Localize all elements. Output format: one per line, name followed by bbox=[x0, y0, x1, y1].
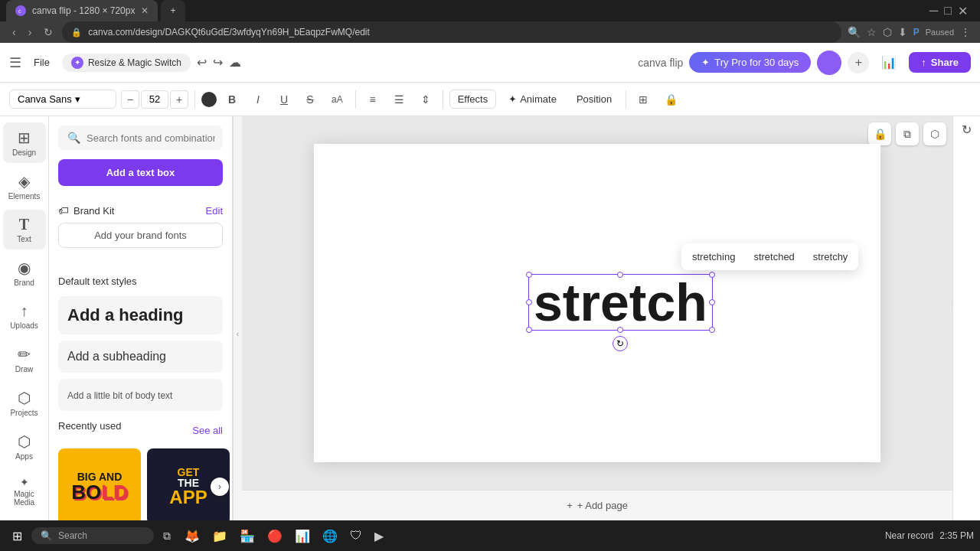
canvas-text-element[interactable]: stretch ↻ bbox=[528, 274, 713, 331]
effects-btn[interactable]: Effects bbox=[449, 90, 497, 109]
try-pro-btn[interactable]: ✦ Try Pro for 30 days bbox=[689, 52, 811, 73]
add-brand-fonts-btn[interactable]: Add your brand fonts bbox=[58, 223, 223, 248]
back-btn[interactable]: ‹ bbox=[9, 23, 19, 41]
add-text-box-btn[interactable]: Add a text box bbox=[58, 159, 223, 186]
case-btn[interactable]: aA bbox=[325, 91, 349, 108]
maximize-btn[interactable]: □ bbox=[944, 4, 952, 18]
address-bar[interactable]: 🔒 canva.com/design/DAGKQt6uGdE/3wfdyqYn6… bbox=[62, 21, 841, 43]
taskbar-app-2[interactable]: 📁 bbox=[207, 526, 232, 546]
grid-view-btn[interactable]: ⊞ bbox=[632, 90, 654, 109]
expand-canvas-btn[interactable]: ⬡ bbox=[923, 122, 946, 145]
handle-bottom-right[interactable] bbox=[709, 327, 715, 333]
canvas-container[interactable]: 🔒 ⧉ ⬡ stretching stretched stretchy bbox=[242, 116, 952, 490]
resize-magic-switch-btn[interactable]: ✦ Resize & Magic Switch bbox=[62, 54, 191, 72]
autocomplete-stretched[interactable]: stretched bbox=[746, 248, 802, 266]
handle-middle-right[interactable] bbox=[709, 299, 715, 305]
strikethrough-btn[interactable]: S bbox=[299, 90, 321, 109]
sidebar-item-projects[interactable]: ⬡ Projects bbox=[3, 383, 46, 423]
minimize-btn[interactable]: ─ bbox=[929, 4, 938, 18]
taskbar-app-1[interactable]: 🦊 bbox=[180, 526, 204, 546]
position-btn[interactable]: Position bbox=[569, 90, 619, 108]
graph-icon[interactable]: 📊 bbox=[875, 52, 903, 73]
file-menu-btn[interactable]: File bbox=[28, 54, 56, 71]
lock-canvas-btn[interactable]: 🔒 bbox=[868, 122, 891, 145]
taskbar-app-6[interactable]: 🌐 bbox=[318, 526, 342, 546]
user-avatar[interactable] bbox=[817, 51, 841, 75]
brand-kit-edit-btn[interactable]: Edit bbox=[206, 205, 223, 217]
search-input[interactable] bbox=[87, 132, 215, 144]
close-window-btn[interactable]: ✕ bbox=[958, 4, 968, 18]
add-subheading-btn[interactable]: Add a subheading bbox=[58, 341, 223, 373]
canvas-board[interactable]: stretching stretched stretchy bbox=[314, 144, 880, 462]
font-card-big-bold[interactable]: BIG AND BO LD bbox=[58, 448, 141, 525]
spacing-btn[interactable]: ⇕ bbox=[415, 90, 436, 109]
font-name-label: Canva Sans bbox=[18, 93, 72, 105]
share-btn[interactable]: ↑ Share bbox=[909, 52, 971, 73]
add-heading-btn[interactable]: Add a heading bbox=[58, 296, 223, 334]
design-label: Design bbox=[12, 148, 36, 157]
lock-btn[interactable]: 🔒 bbox=[658, 90, 684, 109]
zoom-icon[interactable]: 🔍 bbox=[848, 26, 861, 38]
format-divider-4 bbox=[626, 90, 626, 109]
handle-bottom-middle[interactable] bbox=[617, 327, 623, 333]
reload-btn[interactable]: ↻ bbox=[41, 23, 56, 41]
undo-btn[interactable]: ↩ bbox=[197, 55, 207, 70]
sidebar-item-elements[interactable]: ◈ Elements bbox=[3, 166, 46, 207]
align-btn[interactable]: ≡ bbox=[362, 90, 384, 109]
new-tab-btn[interactable]: + bbox=[161, 0, 185, 21]
autocomplete-stretching[interactable]: stretching bbox=[684, 248, 743, 266]
star-icon[interactable]: ☆ bbox=[867, 26, 877, 38]
add-collaborator-btn[interactable]: + bbox=[848, 52, 869, 73]
download-icon[interactable]: ⬇ bbox=[898, 26, 907, 38]
sidebar-item-brand[interactable]: ◉ Brand bbox=[3, 253, 46, 293]
taskbar-app-3[interactable]: 🏪 bbox=[235, 526, 260, 546]
sidebar-item-uploads[interactable]: ↑ Uploads bbox=[3, 296, 46, 336]
font-size-input[interactable] bbox=[141, 90, 168, 109]
decrease-font-size-btn[interactable]: − bbox=[121, 90, 139, 109]
taskbar-app-8[interactable]: ▶ bbox=[370, 526, 388, 546]
sidebar-item-apps[interactable]: ⬡ Apps bbox=[3, 426, 46, 467]
taskbar-app-4[interactable]: 🔴 bbox=[263, 526, 287, 546]
hamburger-menu-btn[interactable]: ☰ bbox=[9, 54, 21, 71]
tab-close-btn[interactable]: ✕ bbox=[141, 5, 149, 16]
italic-btn[interactable]: I bbox=[247, 90, 269, 109]
cloud-save-btn[interactable]: ☁ bbox=[229, 55, 241, 70]
sidebar-item-draw[interactable]: ✏ Draw bbox=[3, 339, 46, 380]
handle-top-middle[interactable] bbox=[617, 272, 623, 278]
taskbar-search[interactable]: 🔍 Search bbox=[31, 527, 154, 544]
animate-btn[interactable]: ✦ Animate bbox=[501, 90, 564, 108]
underline-btn[interactable]: U bbox=[273, 90, 295, 109]
taskbar-task-view-btn[interactable]: ⧉ bbox=[157, 527, 177, 546]
list-btn[interactable]: ☰ bbox=[388, 90, 410, 109]
font-cards-next-btn[interactable]: › bbox=[211, 478, 229, 496]
refresh-right-icon[interactable]: ↻ bbox=[962, 122, 972, 137]
see-all-btn[interactable]: See all bbox=[192, 425, 223, 436]
sidebar-item-design[interactable]: ⊞ Design bbox=[3, 122, 46, 163]
handle-middle-left[interactable] bbox=[526, 299, 532, 305]
start-btn[interactable]: ⊞ bbox=[6, 526, 28, 546]
profile-icon[interactable]: P bbox=[913, 27, 920, 37]
autocomplete-stretchy[interactable]: stretchy bbox=[805, 248, 856, 266]
handle-bottom-left[interactable] bbox=[526, 327, 532, 333]
font-selector[interactable]: Canva Sans ▾ bbox=[9, 90, 116, 109]
handle-top-left[interactable] bbox=[526, 272, 532, 278]
bold-btn[interactable]: B bbox=[221, 90, 243, 109]
taskbar-app-5[interactable]: 📊 bbox=[290, 526, 315, 546]
add-body-btn[interactable]: Add a little bit of body text bbox=[58, 379, 223, 411]
redo-btn[interactable]: ↪ bbox=[213, 55, 223, 70]
sidebar-item-text[interactable]: T Text bbox=[3, 210, 46, 249]
handle-top-right[interactable] bbox=[709, 272, 715, 278]
panel-collapse-handle[interactable]: ‹ bbox=[233, 116, 242, 551]
rotate-handle[interactable]: ↻ bbox=[612, 336, 628, 351]
active-browser-tab[interactable]: c canva flip - 980 × 551px ✕ bbox=[6, 0, 158, 21]
taskbar-app-7[interactable]: 🛡 bbox=[345, 526, 367, 546]
copy-canvas-btn[interactable]: ⧉ bbox=[896, 122, 919, 145]
search-icon: 🔍 bbox=[67, 132, 80, 144]
add-page-bar[interactable]: + + Add page bbox=[242, 490, 952, 520]
extensions-icon[interactable]: ⬡ bbox=[883, 26, 892, 38]
sidebar-item-magic-media[interactable]: ✦ Magic Media bbox=[3, 470, 46, 513]
text-color-btn[interactable] bbox=[201, 92, 217, 107]
more-icon[interactable]: ⋮ bbox=[960, 26, 971, 38]
increase-font-size-btn[interactable]: + bbox=[170, 90, 188, 109]
forward-btn[interactable]: › bbox=[25, 23, 35, 41]
